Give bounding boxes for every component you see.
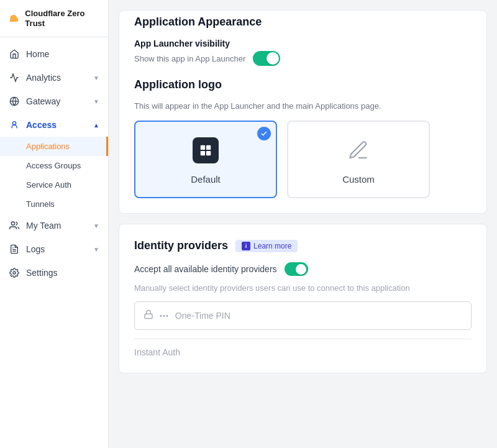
svg-rect-9 xyxy=(201,151,205,155)
instant-auth-label: Instant Auth xyxy=(134,347,180,357)
sidebar-item-access[interactable]: Access ▲ xyxy=(0,113,108,137)
analytics-icon xyxy=(9,72,20,83)
default-app-icon xyxy=(193,137,219,163)
divider xyxy=(134,339,472,339)
sidebar-item-applications[interactable]: Applications xyxy=(0,137,108,156)
launcher-visibility-desc: Show this app in App Launcher xyxy=(134,51,472,66)
appearance-section-title: Application Appearance xyxy=(134,16,472,29)
svg-point-2 xyxy=(12,122,16,125)
sidebar-item-gateway-label: Gateway xyxy=(26,96,60,106)
launcher-toggle-knob xyxy=(267,52,279,65)
access-chevron-icon: ▲ xyxy=(93,122,99,129)
sidebar: Cloudflare Zero Trust Home Analytics ▼ G… xyxy=(0,0,109,448)
sidebar-item-analytics-label: Analytics xyxy=(26,73,61,83)
svg-rect-12 xyxy=(145,314,152,318)
learn-more-icon: i xyxy=(242,242,250,250)
custom-logo-icon-box xyxy=(342,134,375,167)
access-subnav: Applications Access Groups Service Auth … xyxy=(0,137,108,214)
sidebar-item-analytics[interactable]: Analytics ▼ xyxy=(0,66,108,89)
sidebar-logo: Cloudflare Zero Trust xyxy=(0,0,108,37)
sidebar-item-gateway[interactable]: Gateway ▼ xyxy=(0,89,108,113)
launcher-visibility-section: App Launcher visibility Show this app in… xyxy=(134,39,472,66)
idp-manual-hint: Manually select identity providers users… xyxy=(134,283,472,293)
otp-placeholder: One-Time PIN xyxy=(175,311,230,321)
logo-section-desc: This will appear in the App Launcher and… xyxy=(134,101,472,111)
app-logo-section: Application logo This will appear in the… xyxy=(134,78,472,198)
sidebar-item-my-team[interactable]: My Team ▼ xyxy=(0,214,108,237)
content-area: Application Appearance App Launcher visi… xyxy=(109,10,497,408)
identity-providers-card: Identity providers i Learn more Accept a… xyxy=(119,224,487,373)
svg-point-3 xyxy=(11,222,14,225)
lock-dots-icon: ••• xyxy=(160,312,169,319)
idp-section-title: Identity providers xyxy=(134,239,228,252)
accept-all-toggle-row: Accept all available identity providers xyxy=(134,262,472,276)
sidebar-logo-text: Cloudflare Zero Trust xyxy=(25,9,101,28)
custom-logo-label: Custom xyxy=(342,174,375,185)
sidebar-item-my-team-label: My Team xyxy=(26,221,62,231)
sidebar-item-tunnels[interactable]: Tunnels xyxy=(0,194,108,214)
logo-option-default[interactable]: Default xyxy=(134,121,277,198)
main-content: Application Appearance App Launcher visi… xyxy=(109,0,497,448)
default-check-badge xyxy=(257,127,271,140)
settings-icon xyxy=(9,267,20,278)
sidebar-item-access-groups[interactable]: Access Groups xyxy=(0,156,108,175)
sidebar-item-access-label: Access xyxy=(26,120,57,130)
sidebar-item-home[interactable]: Home xyxy=(0,42,108,66)
launcher-visibility-label: App Launcher visibility xyxy=(134,39,472,48)
gateway-icon xyxy=(9,96,20,107)
svg-point-6 xyxy=(13,272,16,274)
sidebar-item-home-label: Home xyxy=(26,49,49,59)
sidebar-item-logs[interactable]: Logs ▼ xyxy=(0,237,108,261)
appearance-card: Application Appearance App Launcher visi… xyxy=(119,10,487,214)
sidebar-item-settings[interactable]: Settings xyxy=(0,261,108,285)
idp-title-row: Identity providers i Learn more xyxy=(134,239,472,252)
default-logo-label: Default xyxy=(191,174,221,185)
learn-more-label: Learn more xyxy=(253,242,291,250)
logo-options: Default Custom xyxy=(134,121,472,198)
custom-icon xyxy=(345,137,372,163)
sidebar-item-logs-label: Logs xyxy=(26,244,45,254)
svg-rect-8 xyxy=(206,145,211,150)
service-auth-label: Service Auth xyxy=(26,180,71,190)
lock-icon xyxy=(144,309,153,322)
tunnels-label: Tunnels xyxy=(26,199,55,209)
accept-all-toggle[interactable] xyxy=(285,262,308,276)
otp-input-row[interactable]: ••• One-Time PIN xyxy=(134,301,472,330)
sidebar-item-service-auth[interactable]: Service Auth xyxy=(0,175,108,194)
cloudflare-logo-icon xyxy=(7,12,20,25)
accept-all-toggle-knob xyxy=(296,264,306,275)
svg-rect-10 xyxy=(206,151,211,155)
accept-all-label: Accept all available identity providers xyxy=(134,264,277,274)
sidebar-nav: Home Analytics ▼ Gateway ▼ Access xyxy=(0,37,108,290)
analytics-chevron-icon: ▼ xyxy=(93,75,99,81)
gateway-chevron-icon: ▼ xyxy=(93,98,99,105)
svg-rect-7 xyxy=(201,145,205,150)
logs-icon xyxy=(9,244,20,255)
access-icon xyxy=(9,119,20,130)
logo-section-title: Application logo xyxy=(134,78,472,91)
logo-option-custom[interactable]: Custom xyxy=(287,121,430,198)
home-icon xyxy=(9,48,20,60)
team-icon xyxy=(9,220,20,231)
learn-more-badge[interactable]: i Learn more xyxy=(235,240,298,252)
access-groups-label: Access Groups xyxy=(26,161,81,170)
launcher-toggle[interactable] xyxy=(253,51,280,66)
default-logo-icon-box xyxy=(189,134,222,167)
sidebar-section-access: Access ▲ Applications Access Groups Serv… xyxy=(0,113,108,214)
launcher-desc-text: Show this app in App Launcher xyxy=(134,54,245,63)
my-team-chevron-icon: ▼ xyxy=(93,222,99,229)
sidebar-item-settings-label: Settings xyxy=(26,268,58,278)
logs-chevron-icon: ▼ xyxy=(93,246,99,253)
applications-label: Applications xyxy=(26,142,70,151)
